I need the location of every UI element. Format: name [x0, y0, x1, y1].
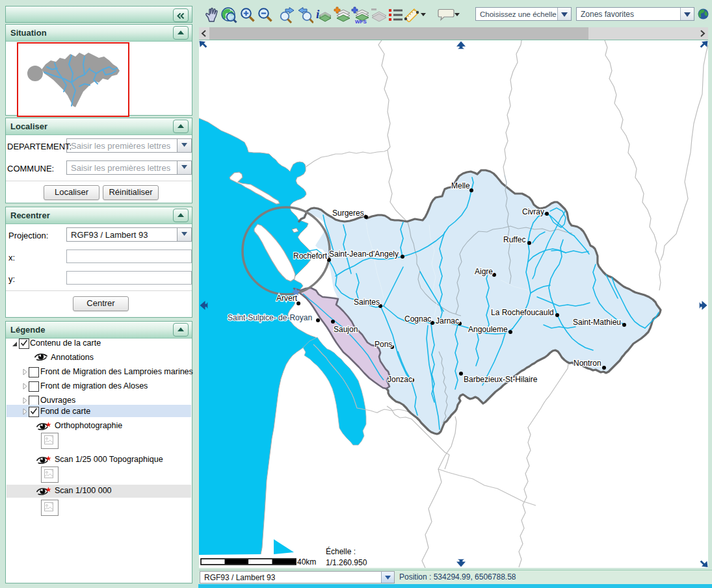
svg-text:Saint-Sulpice- de-Royan: Saint-Sulpice- de-Royan — [228, 313, 312, 322]
svg-text:Jonzac: Jonzac — [388, 375, 412, 384]
svg-text:40km: 40km — [297, 557, 316, 567]
svg-text:Civray: Civray — [522, 207, 544, 216]
svg-text:Barbezieux-St-Hilaire: Barbezieux-St-Hilaire — [464, 375, 538, 384]
svg-text:Saintes: Saintes — [354, 298, 380, 307]
svg-text:Saujon: Saujon — [334, 325, 358, 334]
svg-text:Saint-Mathieu: Saint-Mathieu — [573, 318, 621, 327]
svg-text:Cognac: Cognac — [404, 314, 431, 324]
svg-text:i: i — [316, 7, 320, 21]
svg-text:Melle: Melle — [451, 181, 470, 190]
svg-text:WFS: WFS — [355, 19, 367, 24]
svg-text:1/1.260.950: 1/1.260.950 — [326, 558, 367, 567]
svg-text:Ruffec: Ruffec — [503, 235, 525, 244]
svg-text:Jarnac: Jarnac — [436, 316, 459, 326]
svg-text:Échelle :: Échelle : — [326, 546, 356, 556]
svg-text:Angouleme: Angouleme — [468, 325, 508, 334]
svg-text:Arvert: Arvert — [276, 294, 298, 303]
svg-text:Rochefort: Rochefort — [293, 251, 328, 261]
svg-text:Saint-Jean-d'Angely: Saint-Jean-d'Angely — [329, 249, 399, 259]
svg-text:Surgeres: Surgeres — [332, 209, 364, 218]
svg-text:Aigre: Aigre — [475, 267, 493, 276]
svg-text:La Rochefoucauld: La Rochefoucauld — [491, 308, 554, 317]
svg-text:Nontron: Nontron — [574, 359, 601, 368]
svg-text:Pons: Pons — [375, 340, 392, 349]
